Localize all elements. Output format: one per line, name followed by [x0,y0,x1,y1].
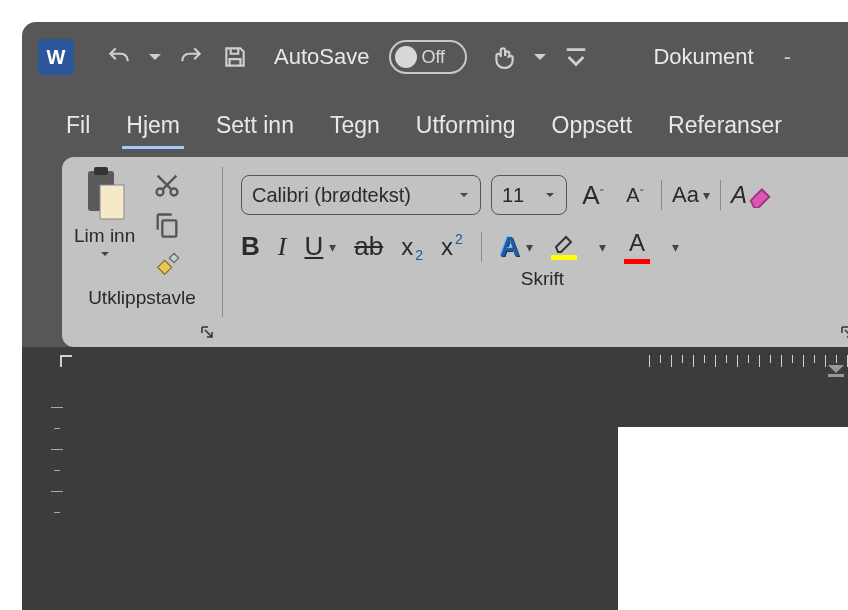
italic-button[interactable]: I [278,232,287,262]
clear-formatting-button[interactable]: A [731,175,773,215]
horizontal-ruler[interactable] [22,347,848,377]
svg-rect-1 [94,167,108,175]
titlebar: W AutoSave Off Dokument - [22,22,848,92]
svg-rect-5 [163,220,177,236]
highlight-dropdown[interactable]: ▾ [599,239,606,255]
tab-fil[interactable]: Fil [48,102,108,153]
cut-button[interactable] [153,171,181,199]
font-name-value: Calibri (brødtekst) [252,184,411,207]
underline-button[interactable]: U ▾ [304,231,336,262]
tab-tegn[interactable]: Tegn [312,102,398,153]
document-name: Dokument [653,44,753,70]
font-name-select[interactable]: Calibri (brødtekst) [241,175,481,215]
eraser-icon [747,182,773,208]
decrease-font-size-button[interactable]: A ˇ [619,175,651,215]
clipboard-icon [82,165,128,223]
tab-hjem[interactable]: Hjem [108,102,198,153]
chevron-down-icon [544,190,556,200]
group-clipboard: Lim inn Utklippstavle [62,157,222,347]
paste-button[interactable]: Lim inn [74,165,135,283]
font-size-value: 11 [502,184,524,207]
separator [481,232,482,262]
highlight-button[interactable] [551,233,577,260]
document-area [22,377,848,610]
text-effects-button[interactable]: A ▾ [500,231,533,263]
increase-font-size-button[interactable]: A ˆ [577,175,609,215]
toggle-knob [395,46,417,68]
undo-dropdown[interactable] [146,40,164,74]
change-case-button[interactable]: Aa ▾ [672,175,710,215]
highlight-color-swatch [551,255,577,260]
tab-settinn[interactable]: Sett inn [198,102,312,153]
svg-rect-2 [100,185,124,219]
copy-button[interactable] [153,211,181,239]
svg-point-4 [171,189,178,196]
autosave-toggle[interactable]: Off [389,40,467,74]
clipboard-launcher[interactable] [198,323,216,341]
vertical-ruler[interactable] [22,377,92,610]
touch-mode-button[interactable] [487,40,521,74]
ruler-ticks [649,355,848,367]
launcher-icon [200,325,214,339]
quick-access-customize[interactable] [559,40,593,74]
tab-utforming[interactable]: Utforming [398,102,534,153]
tab-oppsett[interactable]: Oppsett [534,102,651,153]
highlighter-icon [552,233,576,253]
font-group-title: Skrift [235,264,848,294]
ruler-corner-icon [60,355,72,367]
group-font: Calibri (brødtekst) 11 A ˆ A ˇ Aa [223,157,848,347]
strikethrough-button[interactable]: ab [354,231,383,262]
ribbon-tabs: Fil Hjem Sett inn Tegn Utforming Oppsett… [22,92,848,153]
chevron-down-icon [99,249,111,259]
bold-button[interactable]: B [241,231,260,262]
word-app-icon: W [38,39,74,75]
paste-label: Lim inn [74,225,135,247]
redo-button[interactable] [174,40,208,74]
document-page[interactable] [618,427,848,610]
save-button[interactable] [218,40,252,74]
launcher-icon [840,325,848,339]
title-dash: - [784,44,791,70]
touch-dropdown[interactable] [531,40,549,74]
undo-button[interactable] [102,40,136,74]
clipboard-group-title: Utklippstavle [74,283,210,313]
document-canvas[interactable] [92,377,848,610]
svg-point-3 [157,189,164,196]
format-painter-button[interactable] [153,251,181,279]
chevron-down-icon [458,190,470,200]
autosave-state: Off [421,47,445,68]
autosave-label: AutoSave [274,44,369,70]
separator [661,180,662,210]
superscript-button[interactable]: x2 [441,233,463,261]
font-color-dropdown[interactable]: ▾ [672,239,679,255]
tab-referanser[interactable]: Referanser [650,102,800,153]
font-launcher[interactable] [838,323,848,341]
subscript-button[interactable]: x2 [401,233,423,261]
ribbon: Lim inn Utklippstavle Calibri (brødtekst… [62,157,848,347]
font-color-button[interactable]: A [624,229,650,264]
app-window: W AutoSave Off Dokument - Fi [22,22,848,610]
font-size-select[interactable]: 11 [491,175,567,215]
separator [720,180,721,210]
